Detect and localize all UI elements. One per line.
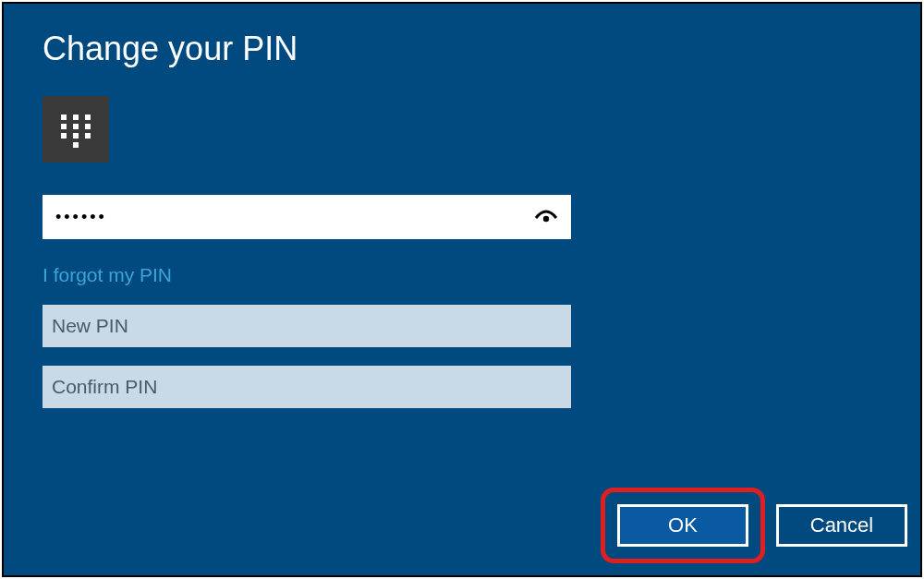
keypad-icon [43, 96, 109, 163]
change-pin-dialog: Change your PIN •••••• I forgot my PIN N… [2, 2, 922, 577]
new-pin-input[interactable]: New PIN [43, 305, 571, 347]
reveal-password-icon[interactable] [532, 203, 560, 231]
ok-button[interactable]: OK [617, 504, 748, 547]
svg-rect-8 [85, 133, 91, 139]
svg-rect-0 [61, 115, 67, 120]
svg-point-10 [543, 216, 549, 222]
svg-rect-1 [73, 115, 79, 120]
svg-rect-4 [73, 124, 79, 129]
forgot-pin-link[interactable]: I forgot my PIN [43, 264, 172, 286]
current-pin-input[interactable]: •••••• [43, 195, 571, 239]
svg-rect-2 [85, 115, 91, 120]
new-pin-placeholder: New PIN [52, 315, 128, 337]
svg-rect-6 [61, 133, 67, 139]
confirm-pin-placeholder: Confirm PIN [52, 376, 157, 398]
current-pin-value: •••••• [54, 208, 532, 227]
svg-rect-3 [61, 124, 67, 129]
cancel-button[interactable]: Cancel [776, 504, 907, 547]
svg-rect-7 [73, 133, 79, 139]
svg-rect-9 [73, 142, 79, 148]
dialog-title: Change your PIN [43, 30, 298, 68]
svg-rect-5 [85, 124, 91, 129]
confirm-pin-input[interactable]: Confirm PIN [43, 366, 571, 408]
